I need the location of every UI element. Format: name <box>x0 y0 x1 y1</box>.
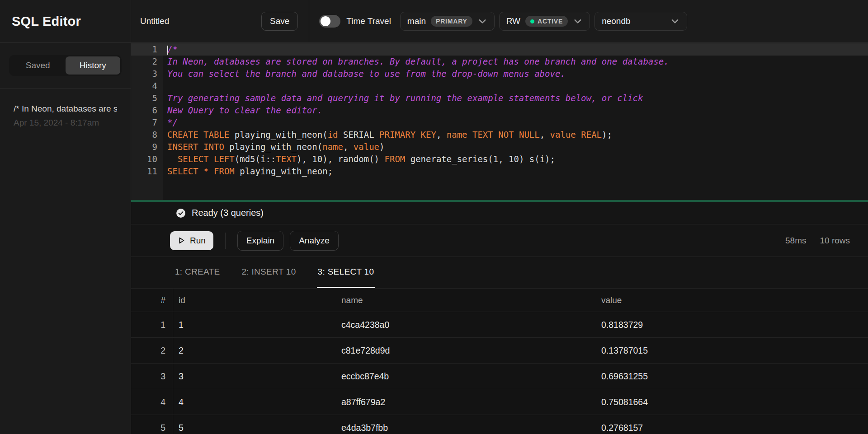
line-number: 1 <box>131 43 163 56</box>
code-token: , <box>436 130 447 140</box>
line-code: You can select the branch and database t… <box>163 68 868 80</box>
editor-line[interactable]: 1/* <box>131 43 868 56</box>
chevron-down-icon <box>477 16 487 26</box>
save-button[interactable]: Save <box>261 12 298 31</box>
code-token: NOT NULL <box>498 130 540 140</box>
editor-line[interactable]: 4 <box>131 80 868 92</box>
code-token: playing_with_neon; <box>235 166 333 176</box>
tab-history[interactable]: History <box>66 56 121 75</box>
line-code: SELECT LEFT(md5(i::TEXT), 10), random() … <box>163 153 868 165</box>
branch-primary-badge: PRIMARY <box>431 16 472 27</box>
code-token <box>198 166 203 176</box>
status-text: Ready (3 queries) <box>192 208 264 218</box>
code-token: CREATE TABLE <box>167 130 229 140</box>
line-code: CREATE TABLE playing_with_neon(id SERIAL… <box>163 129 868 141</box>
branch-selector[interactable]: main PRIMARY <box>400 12 495 31</box>
table-cell: 0.8183729 <box>596 312 868 337</box>
code-token: TEXT <box>472 130 493 140</box>
result-tab[interactable]: 1: CREATE <box>174 257 221 288</box>
table-cell: 5 <box>173 415 336 434</box>
status-row: Ready (3 queries) <box>131 202 868 224</box>
sidebar: SQL Editor Saved History /* In Neon, dat… <box>0 0 131 434</box>
code-token: , <box>343 142 354 152</box>
code-token <box>467 130 472 140</box>
play-icon <box>178 237 185 244</box>
line-code: New Query to clear the editor. <box>163 104 868 117</box>
editor-line[interactable]: 7*/ <box>131 117 868 129</box>
editor-line[interactable]: 10 SELECT LEFT(md5(i::TEXT), 10), random… <box>131 153 868 165</box>
result-tab[interactable]: 3: SELECT 10 <box>317 257 375 288</box>
table-row[interactable]: 11c4ca4238a00.8183729 <box>131 312 868 338</box>
line-number: 5 <box>131 92 163 104</box>
editor-line[interactable]: 6New Query to clear the editor. <box>131 104 868 117</box>
main-panel: Untitled Save Time Travel main PRIMARY R… <box>131 0 868 434</box>
saved-history-segmented-control: Saved History <box>9 55 122 76</box>
column-header: name <box>336 289 596 312</box>
table-row[interactable]: 22c81e728d9d0.13787015 <box>131 338 868 364</box>
table-row[interactable]: 33eccbc87e4b0.69631255 <box>131 364 868 389</box>
code-token <box>209 166 214 176</box>
table-cell: 3 <box>173 364 336 389</box>
database-selector[interactable]: neondb <box>594 12 687 31</box>
code-token: /* <box>167 44 178 54</box>
editor-line[interactable]: 11SELECT * FROM playing_with_neon; <box>131 165 868 177</box>
code-token: , <box>540 130 550 140</box>
code-editor[interactable]: 1/*2In Neon, databases are stored on bra… <box>131 43 868 200</box>
code-token: ), 10), random() <box>297 154 384 164</box>
check-circle-icon <box>176 208 186 218</box>
table-cell: c4ca4238a0 <box>336 312 596 337</box>
compute-selector[interactable]: RW ACTIVE <box>499 12 590 31</box>
sql-editor-app: SQL Editor Saved History /* In Neon, dat… <box>0 0 868 434</box>
table-cell: 1 <box>173 312 336 337</box>
table-cell: c81e728d9d <box>336 338 596 363</box>
table-cell: e4da3b7fbb <box>336 415 596 434</box>
history-list: /* In Neon, databases are sto... Apr 15,… <box>0 89 131 434</box>
run-button[interactable]: Run <box>170 231 213 250</box>
explain-button[interactable]: Explain <box>237 231 283 251</box>
code-token: playing_with_neon( <box>229 130 327 140</box>
time-travel-toggle[interactable] <box>319 15 340 28</box>
editor-line[interactable]: 5Try generating sample data and querying… <box>131 92 868 104</box>
table-cell: 0.13787015 <box>596 338 868 363</box>
editor-line[interactable]: 8CREATE TABLE playing_with_neon(id SERIA… <box>131 129 868 141</box>
analyze-button[interactable]: Analyze <box>290 231 339 251</box>
table-cell: 0.2768157 <box>596 415 868 434</box>
line-code <box>163 80 868 92</box>
code-token: REAL <box>581 130 602 140</box>
code-token: * <box>203 166 208 176</box>
line-code: Try generating sample data and querying … <box>163 92 868 104</box>
code-token: name <box>322 142 343 152</box>
line-number: 10 <box>131 153 163 165</box>
code-token <box>576 130 581 140</box>
code-token: PRIMARY KEY <box>379 130 436 140</box>
editor-line[interactable]: 9INSERT INTO playing_with_neon(name, val… <box>131 141 868 153</box>
code-token: value <box>354 142 379 152</box>
editor-line[interactable]: 2In Neon, databases are stored on branch… <box>131 56 868 68</box>
chevron-down-icon <box>670 16 680 26</box>
table-cell: a87ff679a2 <box>336 389 596 415</box>
code-token: */ <box>167 117 178 127</box>
compute-active-badge: ACTIVE <box>525 16 568 27</box>
column-header: # <box>131 289 173 312</box>
history-item-title: /* In Neon, databases are sto... <box>14 104 117 114</box>
sidebar-header: SQL Editor <box>0 0 131 43</box>
time-travel-toggle-group: Time Travel <box>319 15 391 28</box>
actions-divider <box>225 233 226 249</box>
column-header: value <box>596 289 868 312</box>
editor-line[interactable]: 3You can select the branch and database … <box>131 68 868 80</box>
tab-saved[interactable]: Saved <box>10 56 66 75</box>
table-row[interactable]: 44a87ff679a20.75081664 <box>131 389 868 415</box>
sidebar-tabs-section: Saved History <box>0 43 131 89</box>
history-list-item[interactable]: /* In Neon, databases are sto... Apr 15,… <box>14 104 117 128</box>
line-code: /* <box>163 43 868 56</box>
table-cell: 4 <box>131 389 173 415</box>
line-number: 8 <box>131 129 163 141</box>
active-status-dot-icon <box>530 19 534 23</box>
table-cell: 5 <box>131 415 173 434</box>
code-token: SELECT <box>167 166 198 176</box>
result-tabs: 1: CREATE2: INSERT 103: SELECT 10 <box>131 257 868 289</box>
result-tab[interactable]: 2: INSERT 10 <box>241 257 297 288</box>
code-token: FROM <box>214 166 235 176</box>
table-row[interactable]: 55e4da3b7fbb0.2768157 <box>131 415 868 434</box>
query-name[interactable]: Untitled <box>140 16 261 26</box>
